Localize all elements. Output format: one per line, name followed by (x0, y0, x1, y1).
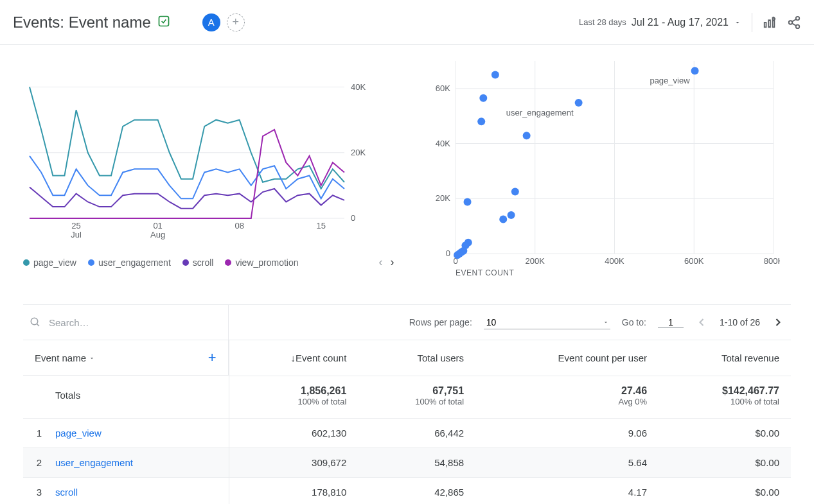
chevron-down-icon (734, 19, 741, 26)
svg-text:08: 08 (234, 221, 243, 230)
svg-text:user_engagement: user_engagement (506, 108, 573, 117)
page-title: Events: Event name (13, 13, 151, 31)
svg-point-42 (522, 132, 530, 139)
content-area: 020K40K25Jul01Aug0815 page_viewuser_enga… (0, 45, 814, 504)
svg-point-6 (796, 24, 800, 28)
app-header: Events: Event name A + Last 28 days Jul … (0, 0, 814, 45)
table-row: 3scroll178,81042,8654.17$0.00 (23, 477, 791, 504)
table-row: 2user_engagement309,67254,8585.64$0.00 (23, 448, 791, 477)
col-event-count[interactable]: ↓Event count (229, 340, 358, 376)
svg-text:01: 01 (153, 221, 162, 230)
search-icon (30, 317, 41, 328)
svg-point-5 (789, 21, 793, 24)
svg-line-7 (792, 19, 796, 21)
svg-rect-0 (159, 16, 168, 26)
svg-text:600K: 600K (684, 256, 704, 266)
svg-text:400K: 400K (605, 256, 624, 266)
scatter-chart-panel: 0200K400K600K800K020K40K60KEVENT COUNTpa… (420, 58, 792, 285)
totals-row: Totals 1,856,261100% of total 67,751100%… (23, 376, 791, 418)
col-event-name[interactable]: Event name + (23, 340, 229, 376)
svg-rect-1 (765, 22, 766, 27)
svg-text:EVENT COUNT: EVENT COUNT (456, 268, 514, 277)
customize-report-icon[interactable] (763, 15, 777, 30)
goto-label: Go to: (622, 317, 646, 327)
page-indicator: 1-10 of 26 (720, 317, 760, 327)
scatter-chart[interactable]: 0200K400K600K800K020K40K60KEVENT COUNTpa… (420, 58, 780, 282)
svg-text:40K: 40K (435, 139, 450, 148)
svg-point-47 (507, 211, 515, 219)
legend-item[interactable]: view_promotion (225, 257, 298, 268)
rows-per-page-label: Rows per page: (409, 317, 472, 327)
svg-text:Aug: Aug (150, 230, 165, 239)
table-row: 1page_view602,13066,4429.06$0.00 (23, 418, 791, 448)
svg-line-8 (792, 23, 796, 26)
search-input[interactable] (49, 317, 222, 328)
divider (752, 13, 752, 32)
goto-input[interactable] (658, 317, 684, 328)
svg-point-45 (477, 117, 485, 125)
svg-point-43 (491, 71, 499, 78)
svg-point-46 (511, 188, 518, 196)
totals-label: Totals (23, 376, 229, 418)
legend-next-button[interactable]: › (391, 256, 394, 269)
svg-rect-2 (768, 20, 770, 27)
legend-prev-button[interactable]: ‹ (379, 256, 383, 269)
svg-text:200K: 200K (525, 256, 545, 266)
rows-per-page-select[interactable] (484, 316, 610, 329)
line-chart-legend: page_viewuser_engagementscrollview_promo… (23, 256, 394, 269)
svg-text:60K: 60K (435, 83, 450, 93)
legend-item[interactable]: user_engagement (88, 257, 171, 268)
share-icon[interactable] (787, 15, 801, 30)
event-link[interactable]: scroll (55, 487, 78, 498)
table-controls: Rows per page: Go to: 1-10 of 26 (23, 304, 791, 340)
table-header-row: Event name + ↓Event count Total users Ev… (23, 340, 791, 376)
svg-point-40 (691, 67, 698, 74)
col-total-users[interactable]: Total users (358, 340, 475, 376)
svg-text:800K: 800K (763, 256, 779, 266)
svg-text:25: 25 (71, 221, 80, 230)
svg-text:Jul: Jul (71, 230, 82, 239)
svg-line-59 (37, 324, 39, 326)
svg-point-4 (796, 16, 800, 20)
svg-text:15: 15 (316, 221, 325, 230)
svg-text:page_view: page_view (650, 76, 690, 85)
event-link[interactable]: user_engagement (55, 457, 133, 468)
page-next-button[interactable] (772, 316, 784, 329)
svg-text:20K: 20K (435, 193, 450, 203)
svg-point-44 (479, 94, 487, 102)
search-box (23, 305, 229, 340)
svg-point-49 (463, 198, 471, 205)
svg-text:40K: 40K (351, 82, 366, 92)
chevron-down-icon (89, 355, 95, 361)
svg-point-41 (574, 99, 582, 107)
add-column-button[interactable]: + (208, 349, 217, 366)
events-table: Event name + ↓Event count Total users Ev… (23, 340, 791, 504)
date-range-value: Jul 21 - Aug 17, 2021 (632, 17, 729, 28)
legend-item[interactable]: page_view (23, 257, 76, 268)
date-range-picker[interactable]: Last 28 days Jul 21 - Aug 17, 2021 (579, 17, 741, 28)
svg-point-48 (499, 215, 507, 223)
legend-item[interactable]: scroll (182, 257, 214, 268)
line-chart[interactable]: 020K40K25Jul01Aug0815 (23, 58, 376, 244)
page-prev-button[interactable] (695, 316, 708, 329)
col-revenue[interactable]: Total revenue (659, 340, 791, 376)
svg-point-55 (454, 251, 461, 259)
col-per-user[interactable]: Event count per user (475, 340, 659, 376)
svg-text:0: 0 (445, 248, 450, 258)
date-range-label: Last 28 days (579, 17, 626, 27)
avatar[interactable]: A (202, 13, 220, 31)
svg-text:0: 0 (351, 213, 355, 223)
add-comparison-button[interactable]: + (227, 13, 245, 31)
svg-text:20K: 20K (351, 148, 366, 157)
chevron-down-icon (603, 319, 609, 326)
check-icon[interactable] (157, 15, 170, 30)
line-chart-panel: 020K40K25Jul01Aug0815 page_viewuser_enga… (23, 58, 394, 285)
svg-point-58 (31, 318, 38, 325)
event-link[interactable]: page_view (55, 428, 102, 439)
